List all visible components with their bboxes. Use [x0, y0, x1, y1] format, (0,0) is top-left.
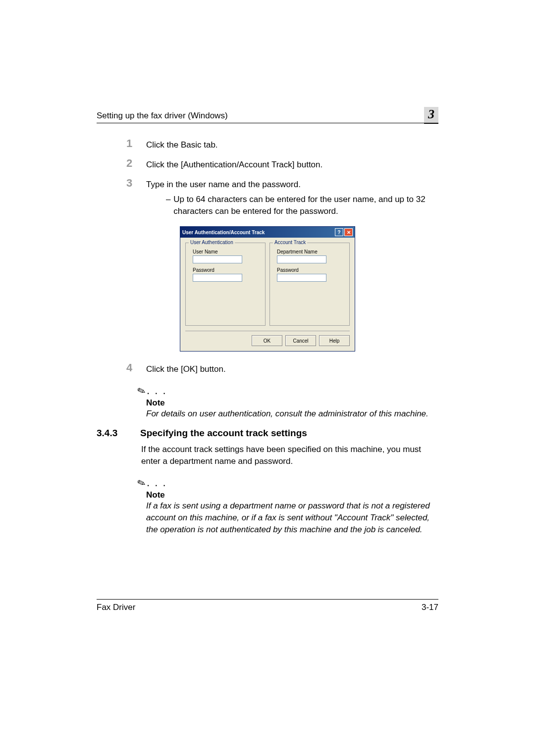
steps-list: 1 Click the Basic tab. 2 Click the [Auth…	[126, 138, 438, 217]
user-auth-group: User Authentication User Name Password	[185, 243, 266, 326]
password-label: Password	[193, 267, 261, 273]
dialog-title-text: User Authentication/Account Track	[182, 230, 265, 235]
help-icon[interactable]: ?	[335, 228, 343, 236]
step-4: 4 Click the [OK] button.	[126, 362, 438, 375]
page: Setting up the fax driver (Windows) 3 1 …	[0, 0, 535, 536]
step-2: 2 Click the [Authentication/Account Trac…	[126, 158, 438, 171]
dots-icon: . . .	[147, 384, 167, 397]
section-heading: 3.4.3Specifying the account track settin…	[97, 428, 438, 439]
step-text: Click the [Authentication/Account Track]…	[146, 158, 438, 171]
step-sub-bullet: – Up to 64 characters can be entered for…	[166, 194, 438, 217]
steps-list-cont: 4 Click the [OK] button.	[126, 362, 438, 375]
note-text: If a fax is sent using a department name…	[146, 500, 438, 536]
step-number: 2	[126, 158, 146, 171]
dialog-screenshot: User Authentication/Account Track ? ✕ Us…	[97, 226, 438, 352]
username-input[interactable]	[193, 255, 242, 263]
section-body: If the account track settings have been …	[141, 444, 438, 467]
account-track-group: Account Track Department Name Password	[269, 243, 350, 326]
note-heading: Note	[146, 398, 438, 408]
page-header: Setting up the fax driver (Windows) 3	[97, 104, 438, 123]
titlebar-buttons: ? ✕	[335, 228, 353, 236]
dept-password-label: Password	[277, 267, 345, 273]
note-block-2: ✎. . . Note If a fax is sent using a dep…	[146, 476, 438, 536]
note-icon-row: ✎. . .	[137, 476, 438, 489]
chapter-badge: 3	[424, 107, 438, 124]
department-input[interactable]	[277, 255, 326, 263]
note-icon-row: ✎. . .	[137, 384, 438, 397]
step-number: 1	[126, 138, 146, 151]
dialog-body: User Authentication User Name Password A…	[180, 238, 355, 331]
page-footer: Fax Driver 3-17	[97, 599, 438, 612]
group-legend: Account Track	[273, 240, 307, 245]
step-number: 4	[126, 362, 146, 375]
footer-right: 3-17	[422, 603, 438, 612]
help-button[interactable]: Help	[319, 335, 350, 346]
section-title: Specifying the account track settings	[140, 428, 307, 438]
step-text: Type in the user name and the password. …	[146, 178, 438, 217]
dialog-titlebar: User Authentication/Account Track ? ✕	[180, 227, 355, 238]
footer-left: Fax Driver	[97, 603, 135, 612]
dialog-button-row: OK Cancel Help	[180, 331, 355, 351]
step-sub-text: Up to 64 characters can be entered for t…	[173, 194, 438, 217]
chapter-number: 3	[428, 107, 434, 121]
note-block-1: ✎. . . Note For details on user authenti…	[146, 384, 438, 420]
header-title: Setting up the fax driver (Windows)	[97, 111, 228, 121]
auth-dialog: User Authentication/Account Track ? ✕ Us…	[180, 226, 355, 352]
cancel-button[interactable]: Cancel	[285, 335, 316, 346]
close-icon[interactable]: ✕	[344, 228, 353, 236]
department-label: Department Name	[277, 249, 345, 254]
note-heading: Note	[146, 490, 438, 500]
step-1: 1 Click the Basic tab.	[126, 138, 438, 151]
step-text: Click the Basic tab.	[146, 138, 438, 151]
step-text: Click the [OK] button.	[146, 362, 438, 375]
username-label: User Name	[193, 249, 261, 254]
step-3: 3 Type in the user name and the password…	[126, 178, 438, 217]
group-legend: User Authentication	[189, 240, 235, 245]
note-text: For details on user authentication, cons…	[146, 408, 438, 420]
ok-button[interactable]: OK	[252, 335, 282, 346]
dash-icon: –	[166, 194, 173, 217]
password-input[interactable]	[193, 274, 242, 282]
step-text-main: Type in the user name and the password.	[146, 180, 301, 189]
dots-icon: . . .	[147, 476, 167, 489]
section-number: 3.4.3	[97, 428, 140, 439]
step-number: 3	[126, 178, 146, 217]
dept-password-input[interactable]	[277, 274, 326, 282]
